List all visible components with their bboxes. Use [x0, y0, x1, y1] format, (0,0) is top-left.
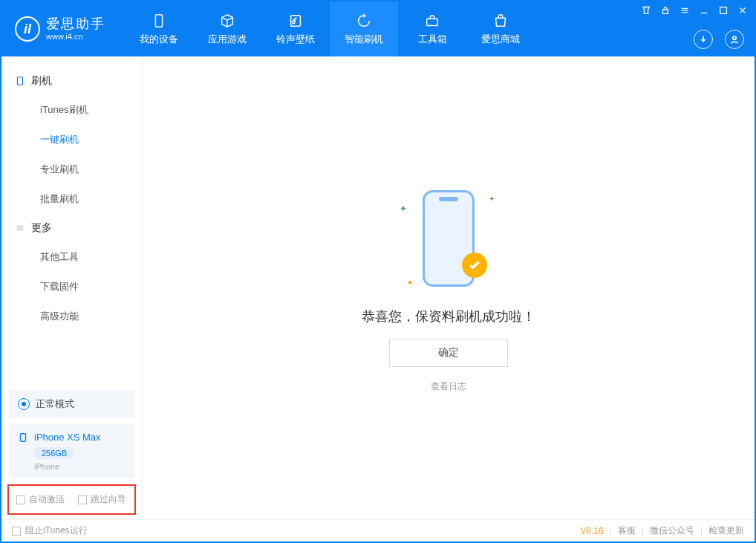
section-title: 刷机	[31, 74, 52, 88]
status-bar: 阻止iTunes运行 V8.16 | 客服 | 微信公众号 | 检查更新	[1, 519, 755, 542]
storage-badge: 256GB	[34, 447, 74, 459]
mode-indicator[interactable]: 正常模式	[9, 390, 134, 418]
svg-rect-3	[663, 10, 668, 13]
sidebar-item-pro-flash[interactable]: 专业刷机	[1, 155, 142, 184]
mode-dot-icon	[18, 398, 30, 410]
tab-toolbox[interactable]: 工具箱	[398, 1, 466, 56]
close-icon[interactable]	[737, 4, 749, 16]
phone-small-icon	[18, 432, 28, 443]
sparkle-icon: ✦	[489, 195, 495, 203]
view-log-link[interactable]: 查看日志	[431, 380, 466, 393]
phone-icon	[150, 12, 168, 30]
sidebar-bottom: 正常模式 iPhone XS Max 256GB iPhone 自动激活 跳过向…	[1, 384, 142, 519]
device-icon	[15, 76, 25, 86]
checkbox-icon	[12, 527, 21, 536]
logo-text: 爱思助手 www.i4.cn	[46, 17, 105, 41]
lock-icon[interactable]	[659, 4, 671, 16]
tab-label: 智能刷机	[345, 33, 383, 46]
sidebar-item-oneclick-flash[interactable]: 一键刷机	[1, 125, 142, 155]
shirt-icon[interactable]	[640, 4, 652, 16]
sidebar-section-more: 更多	[1, 214, 142, 242]
svg-rect-7	[21, 433, 26, 441]
tab-ringtone[interactable]: 铃声壁纸	[261, 1, 330, 56]
section-title: 更多	[31, 221, 52, 235]
device-name: iPhone XS Max	[34, 432, 101, 443]
highlighted-options: 自动激活 跳过向导	[7, 484, 136, 515]
tab-label: 爱思商城	[481, 33, 520, 46]
tab-apps[interactable]: 应用游戏	[193, 1, 261, 56]
checkbox-icon	[78, 495, 87, 504]
bag-icon	[492, 12, 509, 30]
app-body: 刷机 iTunes刷机 一键刷机 专业刷机 批量刷机 更多 其他工具 下载固件 …	[1, 56, 755, 519]
checkbox-skip-guide[interactable]: 跳过向导	[78, 493, 126, 506]
status-link-support[interactable]: 客服	[618, 524, 636, 537]
success-illustration: ✦ ✦ ✦	[404, 183, 493, 294]
sidebar: 刷机 iTunes刷机 一键刷机 专业刷机 批量刷机 更多 其他工具 下载固件 …	[1, 56, 143, 519]
status-link-update[interactable]: 检查更新	[708, 524, 744, 537]
toolbox-icon	[423, 12, 441, 30]
logo-icon: il	[15, 16, 40, 42]
checkmark-badge-icon	[462, 253, 487, 278]
music-icon	[287, 12, 304, 30]
tab-label: 我的设备	[140, 33, 178, 46]
main-content: ✦ ✦ ✦ 恭喜您，保资料刷机成功啦！ 确定 查看日志	[143, 56, 755, 519]
download-icon[interactable]	[694, 30, 713, 49]
svg-rect-4	[720, 7, 727, 14]
minimize-icon[interactable]	[698, 4, 710, 16]
app-name-cn: 爱思助手	[46, 17, 105, 32]
tab-flash[interactable]: 智能刷机	[330, 1, 398, 56]
sparkle-icon: ✦	[400, 204, 407, 214]
sidebar-item-batch-flash[interactable]: 批量刷机	[1, 184, 142, 214]
maximize-icon[interactable]	[717, 4, 729, 16]
sparkle-icon: ✦	[407, 279, 413, 287]
tab-label: 应用游戏	[208, 33, 247, 46]
checkbox-block-itunes[interactable]: 阻止iTunes运行	[12, 524, 88, 537]
app-logo: il 爱思助手 www.i4.cn	[1, 1, 119, 56]
sidebar-item-advanced[interactable]: 高级功能	[1, 302, 142, 331]
nav-tabs: 我的设备 应用游戏 铃声壁纸 智能刷机 工具箱 爱思商城	[125, 1, 535, 56]
checkbox-icon	[16, 495, 25, 504]
header-action-icons	[694, 30, 744, 49]
cube-icon	[218, 12, 236, 30]
sidebar-item-other-tools[interactable]: 其他工具	[1, 242, 142, 272]
device-info[interactable]: iPhone XS Max 256GB iPhone	[9, 424, 134, 478]
svg-rect-6	[18, 77, 23, 85]
list-icon	[15, 223, 25, 233]
success-message: 恭喜您，保资料刷机成功啦！	[362, 308, 535, 325]
device-type: iPhone	[34, 462, 126, 471]
svg-rect-0	[155, 15, 162, 27]
window-controls	[640, 4, 749, 16]
refresh-icon	[355, 12, 373, 30]
menu-icon[interactable]	[679, 4, 691, 16]
svg-point-5	[733, 36, 736, 39]
tab-device[interactable]: 我的设备	[125, 1, 193, 56]
sidebar-item-download-firmware[interactable]: 下载固件	[1, 272, 142, 302]
sidebar-item-itunes-flash[interactable]: iTunes刷机	[1, 95, 142, 125]
app-name-en: www.i4.cn	[46, 32, 105, 41]
tab-label: 工具箱	[418, 33, 447, 46]
svg-rect-2	[427, 19, 438, 25]
tab-label: 铃声壁纸	[276, 33, 315, 46]
tab-store[interactable]: 爱思商城	[466, 1, 535, 56]
version-label: V8.16	[580, 526, 603, 536]
sidebar-section-flash: 刷机	[1, 67, 142, 95]
status-link-wechat[interactable]: 微信公众号	[650, 524, 694, 537]
user-icon[interactable]	[725, 30, 744, 49]
checkbox-auto-activate[interactable]: 自动激活	[16, 493, 65, 506]
ok-button[interactable]: 确定	[389, 339, 508, 367]
mode-label: 正常模式	[36, 397, 74, 411]
app-header: il 爱思助手 www.i4.cn 我的设备 应用游戏 铃声壁纸 智能刷机 工具…	[1, 1, 755, 56]
